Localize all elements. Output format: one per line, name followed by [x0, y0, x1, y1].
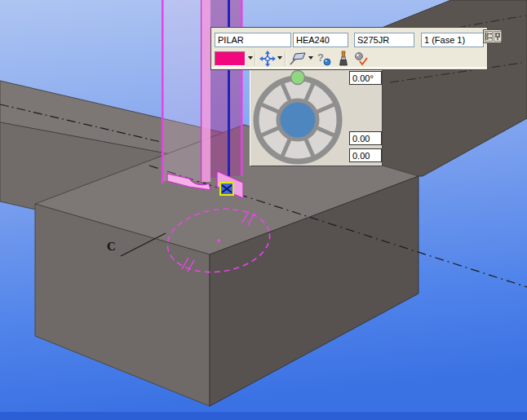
material-field[interactable] [354, 33, 414, 47]
pin-icon[interactable] [494, 31, 502, 42]
profile-field[interactable] [293, 33, 348, 47]
apply-check-icon[interactable] [352, 51, 370, 67]
offset-y-field[interactable] [349, 148, 382, 162]
phase-field[interactable] [421, 33, 484, 47]
separator [285, 51, 286, 66]
move-dropdown-arrow[interactable] [277, 56, 282, 60]
toolbar-icon-row: ? [211, 50, 487, 69]
part-color-swatch[interactable] [215, 51, 246, 66]
grid-axis-label: C [107, 240, 116, 254]
paintbrush-icon[interactable] [334, 51, 352, 67]
snap-point-marker[interactable] [220, 183, 233, 195]
color-dropdown-arrow[interactable] [248, 56, 253, 60]
svg-text:?: ? [317, 51, 324, 64]
viewport-3d[interactable]: C [0, 0, 527, 420]
part-name-field[interactable] [215, 33, 291, 47]
rotation-angle-field[interactable] [349, 71, 382, 85]
toolbar-window-buttons [483, 29, 502, 43]
rotation-dial-panel [250, 69, 383, 166]
offset-x-field[interactable] [349, 131, 382, 145]
help-ball-icon[interactable]: ? [316, 51, 334, 67]
properties-grid-icon[interactable] [485, 31, 493, 42]
separator [255, 51, 256, 66]
dial-knob[interactable] [291, 71, 305, 85]
rotation-wheel[interactable] [250, 69, 348, 166]
sky-bottom-band [0, 412, 527, 420]
flag-dropdown-arrow[interactable] [308, 56, 313, 60]
context-toolbar: ? [210, 27, 488, 70]
dial-hub [278, 100, 317, 139]
workplane-flag-icon[interactable] [289, 51, 307, 67]
move-crosshair-icon[interactable] [259, 51, 277, 67]
